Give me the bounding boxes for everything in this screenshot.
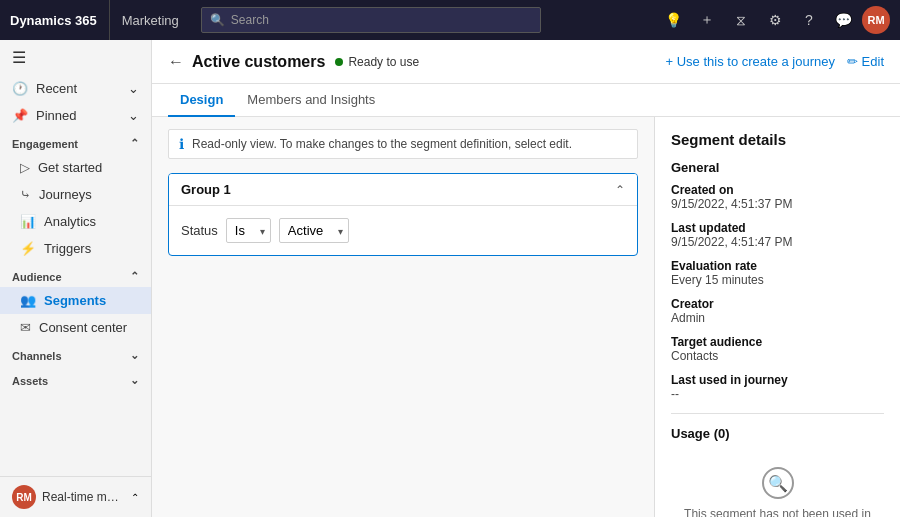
sidebar-item-label: Consent center: [39, 320, 127, 335]
nav-icons: 💡 ＋ ⧖ ⚙ ? 💬 RM: [658, 5, 890, 35]
right-panel: Segment details General Created on 9/15/…: [654, 117, 900, 517]
status-badge: Ready to use: [335, 55, 419, 69]
top-nav: Dynamics 365 Marketing 🔍 💡 ＋ ⧖ ⚙ ? 💬 RM: [0, 0, 900, 40]
hamburger-menu[interactable]: ☰: [0, 40, 151, 75]
analytics-icon: 📊: [20, 214, 36, 229]
section-name: Marketing: [110, 13, 191, 28]
plus-icon[interactable]: ＋: [692, 5, 722, 35]
last-updated-key: Last updated: [671, 221, 884, 235]
group-header: Group 1 ⌃: [169, 174, 637, 206]
footer-text: Real-time marketi...: [42, 490, 125, 504]
condition-operator-select[interactable]: Is: [226, 218, 271, 243]
condition-value-select[interactable]: Active: [279, 218, 349, 243]
pinned-chevron: ⌄: [128, 108, 139, 123]
sidebar-item-get-started[interactable]: ▷ Get started: [0, 154, 151, 181]
group-collapse-button[interactable]: ⌃: [615, 183, 625, 197]
help-icon[interactable]: ?: [794, 5, 824, 35]
lightbulb-icon[interactable]: 💡: [658, 5, 688, 35]
page-title: Active customers: [192, 53, 325, 71]
segments-icon: 👥: [20, 293, 36, 308]
sidebar-item-triggers[interactable]: ⚡ Triggers: [0, 235, 151, 262]
sidebar-recent[interactable]: 🕐 Recent ⌄: [0, 75, 151, 102]
triggers-icon: ⚡: [20, 241, 36, 256]
audience-section: Audience ⌃: [0, 262, 151, 287]
tab-design[interactable]: Design: [168, 84, 235, 117]
creator-value: Admin: [671, 311, 884, 325]
tab-members-insights[interactable]: Members and Insights: [235, 84, 387, 117]
created-on-key: Created on: [671, 183, 884, 197]
sidebar-footer[interactable]: RM Real-time marketi... ⌃: [0, 476, 151, 517]
edit-button[interactable]: ✏ Edit: [847, 54, 884, 69]
recent-label: Recent: [36, 81, 77, 96]
sub-header: ← Active customers Ready to use + Use th…: [152, 40, 900, 84]
brand-logo: Dynamics 365: [10, 0, 110, 40]
gear-icon[interactable]: ⚙: [760, 5, 790, 35]
footer-avatar: RM: [12, 485, 36, 509]
sidebar-item-analytics[interactable]: 📊 Analytics: [0, 208, 151, 235]
last-used-key: Last used in journey: [671, 373, 884, 387]
info-banner: ℹ Read-only view. To make changes to the…: [168, 129, 638, 159]
status-dot: [335, 58, 343, 66]
status-text: Ready to use: [348, 55, 419, 69]
eval-rate-value: Every 15 minutes: [671, 273, 884, 287]
header-actions: + Use this to create a journey ✏ Edit: [666, 54, 884, 69]
info-icon: ℹ: [179, 136, 184, 152]
usage-empty-text: This segment has not been used in journe…: [671, 507, 884, 517]
engagement-chevron: ⌃: [130, 137, 139, 150]
back-button[interactable]: ←: [168, 53, 184, 71]
search-input[interactable]: [231, 13, 532, 27]
left-panel: ℹ Read-only view. To make changes to the…: [152, 117, 654, 517]
user-avatar[interactable]: RM: [862, 6, 890, 34]
condition-value-wrapper: Active: [279, 218, 349, 243]
sidebar-item-label: Get started: [38, 160, 102, 175]
recent-icon: 🕐: [12, 81, 28, 96]
target-audience-item: Target audience Contacts: [671, 335, 884, 363]
group-title: Group 1: [181, 182, 231, 197]
sidebar-pinned[interactable]: 📌 Pinned ⌄: [0, 102, 151, 129]
last-updated-item: Last updated 9/15/2022, 4:51:47 PM: [671, 221, 884, 249]
last-used-item: Last used in journey --: [671, 373, 884, 401]
group-body: Status Is Active: [169, 206, 637, 255]
footer-chevron: ⌃: [131, 492, 139, 503]
group-card: Group 1 ⌃ Status Is: [168, 173, 638, 256]
assets-chevron: ⌄: [130, 374, 139, 387]
pinned-label: Pinned: [36, 108, 76, 123]
get-started-icon: ▷: [20, 160, 30, 175]
recent-chevron: ⌄: [128, 81, 139, 96]
sidebar-item-segments[interactable]: 👥 Segments: [0, 287, 151, 314]
content-area: ← Active customers Ready to use + Use th…: [152, 40, 900, 517]
creator-key: Creator: [671, 297, 884, 311]
sidebar: ☰ 🕐 Recent ⌄ 📌 Pinned ⌄ Engagement ⌃ ▷ G…: [0, 40, 152, 517]
sidebar-item-consent-center[interactable]: ✉ Consent center: [0, 314, 151, 341]
chat-icon[interactable]: 💬: [828, 5, 858, 35]
assets-section: Assets ⌄: [0, 366, 151, 391]
main-layout: ☰ 🕐 Recent ⌄ 📌 Pinned ⌄ Engagement ⌃ ▷ G…: [0, 40, 900, 517]
usage-title: Usage (0): [671, 426, 884, 441]
search-icon: 🔍: [210, 13, 225, 27]
sidebar-item-label: Analytics: [44, 214, 96, 229]
sidebar-item-journeys[interactable]: ⤷ Journeys: [0, 181, 151, 208]
created-on-item: Created on 9/15/2022, 4:51:37 PM: [671, 183, 884, 211]
segment-details-title: Segment details: [671, 131, 884, 148]
sidebar-item-label: Journeys: [39, 187, 92, 202]
empty-search-icon: 🔍: [762, 467, 794, 499]
condition-label: Status: [181, 223, 218, 238]
creator-item: Creator Admin: [671, 297, 884, 325]
sidebar-item-label: Segments: [44, 293, 106, 308]
create-journey-button[interactable]: + Use this to create a journey: [666, 54, 835, 69]
sidebar-item-label: Triggers: [44, 241, 91, 256]
eval-rate-item: Evaluation rate Every 15 minutes: [671, 259, 884, 287]
condition-operator-wrapper: Is: [226, 218, 271, 243]
brand-name: Dynamics 365: [10, 13, 97, 28]
last-used-value: --: [671, 387, 884, 401]
search-bar[interactable]: 🔍: [201, 7, 541, 33]
general-section-label: General: [671, 160, 884, 175]
created-on-value: 9/15/2022, 4:51:37 PM: [671, 197, 884, 211]
journeys-icon: ⤷: [20, 187, 31, 202]
filter-icon[interactable]: ⧖: [726, 5, 756, 35]
pin-icon: 📌: [12, 108, 28, 123]
details-divider: [671, 413, 884, 414]
main-content: ℹ Read-only view. To make changes to the…: [152, 117, 900, 517]
target-audience-key: Target audience: [671, 335, 884, 349]
channels-chevron: ⌄: [130, 349, 139, 362]
